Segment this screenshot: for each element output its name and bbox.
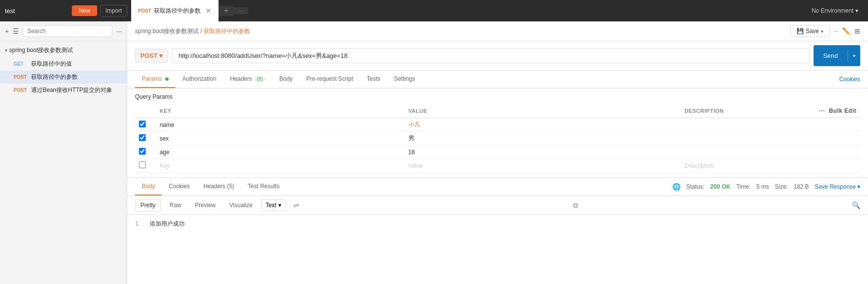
row1-desc-cell (681, 118, 860, 132)
tab-title-label: 获取路径中的参数 (154, 7, 201, 15)
sidebar: + ☰ ··· ▾ spring boot接收参数测试 GET 获取路径中的值 … (0, 21, 127, 284)
header-more-button[interactable]: ··· (834, 28, 838, 35)
row2-key-value[interactable]: sex (160, 135, 169, 142)
row3-checkbox-cell (135, 145, 156, 159)
new-row-key-cell[interactable]: Key (156, 159, 405, 173)
body-tab-pretty[interactable]: Pretty (135, 199, 161, 212)
resp-tab-headers[interactable]: Headers (5) (197, 178, 241, 195)
row1-checkbox[interactable] (139, 121, 146, 127)
tab-tests[interactable]: Tests (360, 71, 387, 88)
environment-selector[interactable]: No Environment ▾ (807, 5, 863, 16)
import-button[interactable]: Import (100, 5, 127, 17)
line-number: 1 (135, 220, 138, 227)
tab-settings[interactable]: Settings (387, 71, 422, 88)
tab-close-icon[interactable]: ✕ (205, 7, 211, 15)
new-row-checkbox-cell (135, 159, 156, 173)
new-row-value-cell[interactable]: Value (405, 159, 681, 173)
row1-key-value[interactable]: name (160, 122, 174, 128)
table-row: age 18 (135, 145, 860, 159)
active-tab[interactable]: POST 获取路径中的参数 ✕ (131, 0, 219, 21)
search-input[interactable] (23, 25, 112, 37)
status-label: Status: (686, 183, 704, 190)
body-tab-preview[interactable]: Preview (190, 199, 221, 211)
resp-tab-body[interactable]: Body (135, 178, 162, 195)
sidebar-filter-button[interactable]: ☰ (13, 27, 19, 35)
send-label: Send (814, 49, 848, 63)
bulk-edit-button[interactable]: Bulk Edit (829, 107, 856, 114)
response-body-bar: Pretty Raw Preview Visualize Text ▾ (127, 196, 868, 215)
copy-response-button[interactable]: ⧉ (573, 201, 578, 210)
size-value: 182 B (794, 183, 809, 190)
collection-header[interactable]: ▾ spring boot接收参数测试 (0, 43, 127, 57)
row2-checkbox[interactable] (139, 134, 146, 141)
row3-key-cell: age (156, 145, 405, 159)
row2-value-value[interactable]: 男 (408, 135, 414, 142)
new-tab-button[interactable]: + (219, 6, 234, 16)
request-name: 获取路径中的参数 (31, 73, 78, 81)
resp-tab-test-results[interactable]: Test Results (241, 178, 286, 195)
params-table-header-row: KEY VALUE DESCRIPTION ··· Bulk Edit (135, 104, 860, 118)
new-row: Key Value Description (135, 159, 860, 173)
tab-params[interactable]: Params (135, 71, 175, 88)
top-actions: New Import (72, 5, 127, 17)
method-post-label: POST (14, 74, 28, 80)
new-row-desc-placeholder: Description (684, 162, 714, 169)
app-name: test (5, 7, 68, 15)
row3-key-value[interactable]: age (160, 149, 170, 156)
save-button[interactable]: 💾 Save ▾ (790, 25, 830, 37)
row3-value-value[interactable]: 18 (408, 149, 415, 156)
text-format-label: Text (266, 202, 276, 209)
desc-header-label: DESCRIPTION (684, 108, 724, 114)
send-dropdown-arrow[interactable]: ▾ (848, 50, 860, 62)
method-select[interactable]: POST ▾ (135, 49, 168, 63)
tabs-more-button[interactable]: ··· (234, 7, 248, 14)
row2-key-cell: sex (156, 132, 405, 145)
sidebar-item-post-params[interactable]: POST 获取路径中的参数 (0, 71, 127, 84)
save-label: Save (806, 28, 819, 35)
edit-icon-button[interactable]: ✏️ (842, 27, 851, 35)
method-dropdown-arrow: ▾ (159, 52, 163, 59)
save-dropdown-arrow[interactable]: ▾ (821, 29, 823, 34)
cookies-link[interactable]: Cookies (839, 76, 860, 83)
layout-icon-button[interactable]: ⊞ (854, 27, 860, 35)
col-desc-header: DESCRIPTION ··· Bulk Edit (681, 104, 860, 118)
tab-body[interactable]: Body (272, 71, 299, 88)
resp-tab-cookies-label: Cookies (169, 183, 189, 190)
save-response-button[interactable]: Save Response ▾ (815, 183, 860, 190)
tab-headers[interactable]: Headers (8) (223, 71, 272, 88)
row3-value-cell: 18 (405, 145, 681, 159)
tab-authorization[interactable]: Authorization (175, 71, 223, 88)
new-button[interactable]: New (72, 5, 97, 16)
new-row-checkbox[interactable] (139, 161, 146, 168)
send-button[interactable]: Send ▾ (814, 45, 860, 66)
row1-value-value[interactable]: 小凡 (408, 121, 420, 128)
response-tabs-bar: Body Cookies Headers (5) Test Results 🌐 … (127, 178, 868, 196)
text-format-select[interactable]: Text ▾ (261, 199, 286, 211)
add-collection-button[interactable]: + (5, 27, 9, 35)
chevron-down-icon: ▾ (855, 7, 858, 14)
method-post-label: POST (14, 88, 28, 93)
pretty-label: Pretty (140, 202, 155, 209)
response-content: 1 添加用户成功 (127, 215, 868, 233)
response-section: Body Cookies Headers (5) Test Results 🌐 … (127, 178, 868, 233)
table-more-icon[interactable]: ··· (818, 107, 825, 115)
tab-pre-request[interactable]: Pre-request Script (299, 71, 360, 88)
body-tab-raw[interactable]: Raw (165, 199, 186, 211)
header-actions: 💾 Save ▾ ··· ✏️ ⊞ (790, 25, 860, 37)
url-input[interactable] (172, 48, 809, 63)
wrap-lines-icon[interactable]: ⇌ (293, 201, 299, 209)
new-row-desc-cell[interactable]: Description (681, 159, 860, 173)
search-response-button[interactable]: 🔍 (852, 201, 860, 209)
headers-badge: (8) (254, 76, 266, 82)
sidebar-more-button[interactable]: ··· (116, 27, 122, 35)
sidebar-item-get-value[interactable]: GET 获取路径中的值 (0, 57, 127, 71)
sidebar-item-post-bean[interactable]: POST 通过Bean接收HTTP提交的对象 (0, 84, 127, 97)
table-row: name 小凡 (135, 118, 860, 132)
params-table: KEY VALUE DESCRIPTION ··· Bulk Edit (135, 104, 860, 173)
resp-tab-headers-label: Headers (5) (204, 183, 234, 190)
body-tab-visualize[interactable]: Visualize (224, 199, 257, 211)
tab-tests-label: Tests (367, 75, 380, 82)
row1-checkbox-cell (135, 118, 156, 132)
resp-tab-cookies[interactable]: Cookies (162, 178, 196, 195)
row3-checkbox[interactable] (139, 148, 146, 155)
